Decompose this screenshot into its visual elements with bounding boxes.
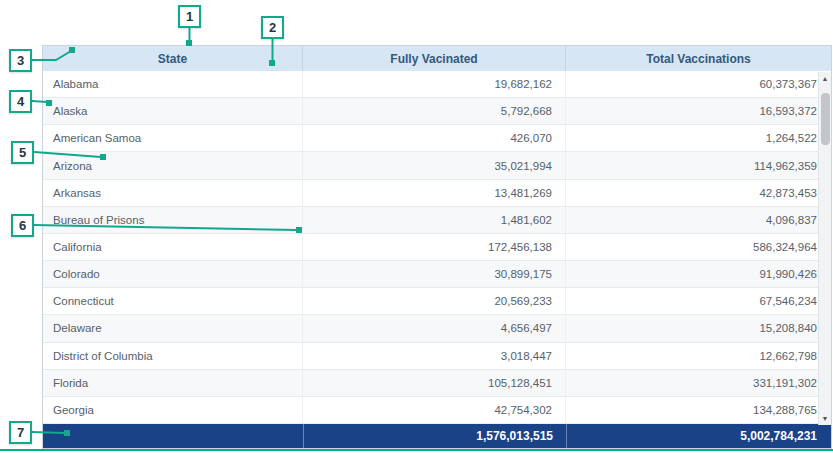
callout-2: 2 [261, 16, 284, 39]
callout-3: 3 [9, 49, 32, 72]
total-vaccinations-cell: 16,593,372 [566, 98, 831, 124]
total-fully-vaccinated: 1,576,013,515 [303, 424, 566, 448]
fully-vaccinated-cell: 19,682,162 [303, 71, 566, 97]
table-row[interactable]: Florida105,128,451331,191,302 [43, 370, 831, 397]
state-cell: Florida [43, 370, 303, 396]
state-cell: Arkansas [43, 180, 303, 206]
callout-7: 7 [9, 421, 32, 444]
state-cell: California [43, 234, 303, 260]
table-header-row: State Fully Vacinated Total Vaccinations [43, 46, 831, 71]
table-row[interactable]: Georgia42,754,302134,288,765 [43, 397, 831, 424]
fully-vaccinated-cell: 1,481,602 [303, 207, 566, 233]
bottom-accent-line [0, 449, 833, 451]
state-cell: Delaware [43, 315, 303, 341]
total-row-state-cell [43, 424, 303, 448]
total-vaccinations-cell: 4,096,837 [566, 207, 831, 233]
table-row[interactable]: Alabama19,682,16260,373,367 [43, 71, 831, 98]
table-row[interactable]: California172,456,138586,324,964 [43, 234, 831, 261]
table-row[interactable]: Arizona35,021,994114,962,359 [43, 152, 831, 179]
fully-vaccinated-cell: 5,792,668 [303, 98, 566, 124]
state-cell: American Samoa [43, 125, 303, 151]
fully-vaccinated-cell: 30,899,175 [303, 261, 566, 287]
state-cell: Colorado [43, 261, 303, 287]
table-row[interactable]: District of Columbia3,018,44712,662,798 [43, 343, 831, 370]
total-vaccinations-cell: 586,324,964 [566, 234, 831, 260]
page: State Fully Vacinated Total Vaccinations… [0, 0, 833, 453]
fully-vaccinated-cell: 42,754,302 [303, 397, 566, 423]
total-vaccinations-cell: 331,191,302 [566, 370, 831, 396]
state-cell: Georgia [43, 397, 303, 423]
callout-5: 5 [11, 141, 34, 164]
callout-6: 6 [11, 214, 34, 237]
table-body: Alabama19,682,16260,373,367Alaska5,792,6… [43, 71, 831, 424]
total-vaccinations-cell: 91,990,426 [566, 261, 831, 287]
fully-vaccinated-cell: 35,021,994 [303, 152, 566, 178]
total-vaccinations-cell: 42,873,453 [566, 180, 831, 206]
fully-vaccinated-cell: 105,128,451 [303, 370, 566, 396]
scrollbar-up-arrow-icon[interactable]: ▲ [819, 72, 832, 85]
fully-vaccinated-cell: 172,456,138 [303, 234, 566, 260]
total-vaccinations-cell: 12,662,798 [566, 343, 831, 369]
column-header-state[interactable]: State [43, 46, 303, 71]
table-row[interactable]: Bureau of Prisons1,481,6024,096,837 [43, 207, 831, 234]
vaccination-list-table: State Fully Vacinated Total Vaccinations… [42, 45, 832, 449]
table-row[interactable]: Connecticut20,569,23367,546,234 [43, 288, 831, 315]
column-header-fully-vaccinated[interactable]: Fully Vacinated [303, 46, 566, 71]
state-cell: Arizona [43, 152, 303, 178]
scrollbar-down-arrow-icon[interactable]: ▼ [819, 412, 832, 425]
total-vaccinations-cell: 15,208,840 [566, 315, 831, 341]
total-vaccinations-cell: 67,546,234 [566, 288, 831, 314]
fully-vaccinated-cell: 4,656,497 [303, 315, 566, 341]
fully-vaccinated-cell: 13,481,269 [303, 180, 566, 206]
column-header-total-vaccinations[interactable]: Total Vaccinations [566, 46, 831, 71]
state-cell: Alaska [43, 98, 303, 124]
table-row[interactable]: Arkansas13,481,26942,873,453 [43, 180, 831, 207]
vertical-scrollbar[interactable]: ▲ ▼ [818, 72, 831, 425]
total-vaccinations-cell: 1,264,522 [566, 125, 831, 151]
fully-vaccinated-cell: 426,070 [303, 125, 566, 151]
total-vaccinations-cell: 114,962,359 [566, 152, 831, 178]
table-row[interactable]: American Samoa426,0701,264,522 [43, 125, 831, 152]
scrollbar-thumb[interactable] [821, 93, 830, 145]
state-cell: Bureau of Prisons [43, 207, 303, 233]
state-cell: Connecticut [43, 288, 303, 314]
total-row: 1,576,013,515 5,002,784,231 [43, 424, 831, 448]
table-row[interactable]: Delaware4,656,49715,208,840 [43, 315, 831, 342]
state-cell: Alabama [43, 71, 303, 97]
total-vaccinations-cell: 60,373,367 [566, 71, 831, 97]
fully-vaccinated-cell: 20,569,233 [303, 288, 566, 314]
total-total-vaccinations: 5,002,784,231 [566, 424, 831, 448]
table-row[interactable]: Alaska5,792,66816,593,372 [43, 98, 831, 125]
table-row[interactable]: Colorado30,899,17591,990,426 [43, 261, 831, 288]
state-cell: District of Columbia [43, 343, 303, 369]
fully-vaccinated-cell: 3,018,447 [303, 343, 566, 369]
callout-4: 4 [9, 90, 32, 113]
total-vaccinations-cell: 134,288,765 [566, 397, 831, 423]
callout-1: 1 [178, 5, 201, 28]
